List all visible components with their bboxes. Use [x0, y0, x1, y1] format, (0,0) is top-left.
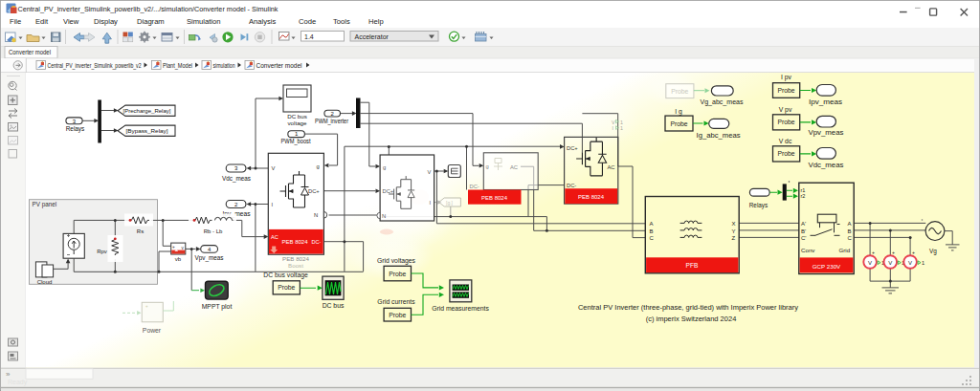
svg-text:Probe: Probe [278, 284, 295, 291]
svg-text:V: V [428, 169, 432, 175]
svg-text:V: V [272, 165, 276, 171]
svg-text:N: N [314, 212, 318, 218]
svg-text:g: g [317, 163, 320, 169]
svg-text:Rs: Rs [137, 228, 144, 234]
svg-text:Converter model: Converter model [256, 62, 302, 69]
svg-text:Cloud: Cloud [37, 279, 53, 285]
svg-text:[Bypass_Relay]: [Bypass_Relay] [126, 128, 168, 134]
svg-text:AC: AC [608, 164, 615, 170]
svg-text:Rb - Lb: Rb - Lb [204, 228, 223, 234]
svg-text:Vdc_meas: Vdc_meas [222, 175, 251, 183]
svg-text:g: g [486, 163, 489, 169]
svg-text:DC-: DC- [567, 183, 576, 188]
svg-text:[g.]: [g.] [446, 200, 454, 206]
svg-text:Simulation: Simulation [187, 17, 220, 26]
svg-text:Vpv_meas: Vpv_meas [195, 254, 224, 262]
svg-text:DC-: DC- [470, 184, 479, 189]
svg-text:File: File [10, 17, 21, 26]
svg-text:r2: r2 [801, 193, 806, 199]
svg-text:DC+: DC+ [308, 188, 320, 194]
svg-text:View: View [63, 17, 79, 26]
svg-text:Rpv: Rpv [97, 249, 107, 254]
svg-text:Probe: Probe [778, 150, 795, 157]
svg-text:V: V [888, 260, 892, 266]
svg-text:Boost: Boost [288, 262, 303, 269]
svg-text:(c) imperix Switzerland 2024: (c) imperix Switzerland 2024 [646, 315, 737, 323]
svg-text:Tools: Tools [333, 17, 350, 26]
svg-text:simulation: simulation [213, 62, 235, 69]
svg-text:N: N [382, 213, 386, 219]
svg-text:Diagram: Diagram [137, 17, 165, 26]
svg-text:Edit: Edit [35, 17, 49, 26]
svg-text:Grid: Grid [839, 247, 851, 253]
svg-text:PEB 8024: PEB 8024 [578, 193, 605, 200]
svg-text:I: I [612, 125, 614, 131]
svg-text:DC+: DC+ [383, 188, 394, 194]
svg-text:»: » [6, 370, 11, 379]
svg-text:V: V [612, 119, 615, 125]
svg-text:Z: Z [732, 235, 736, 241]
svg-text:DC bus: DC bus [323, 302, 345, 309]
svg-text:Ig_abc_meas: Ig_abc_meas [697, 132, 742, 140]
svg-text:A': A' [801, 221, 806, 227]
svg-text:Display: Display [94, 17, 118, 26]
svg-text:1.4: 1.4 [304, 33, 314, 40]
svg-text:DC-: DC- [312, 239, 322, 245]
svg-text:A: A [848, 221, 852, 227]
svg-text:DC bus: DC bus [287, 113, 307, 119]
svg-text:Probe: Probe [389, 271, 406, 277]
svg-text:Converter model: Converter model [9, 49, 51, 55]
svg-text:vb: vb [175, 256, 182, 262]
svg-text:Vg_abc_meas: Vg_abc_meas [701, 98, 745, 106]
svg-text:I g: I g [675, 108, 682, 116]
svg-text:Central PV Inverter (three-pha: Central PV Inverter (three-phase, grid-t… [578, 303, 798, 312]
svg-text:GCP 230V: GCP 230V [813, 263, 841, 270]
svg-text:V: V [868, 260, 872, 266]
svg-text:C': C' [801, 235, 806, 241]
svg-text:PWM_boost: PWM_boost [281, 138, 311, 145]
svg-text:Y: Y [732, 228, 736, 234]
svg-text:PFB: PFB [686, 262, 699, 269]
svg-text:Relays: Relays [749, 202, 768, 209]
svg-text:Probe: Probe [389, 312, 406, 318]
svg-text:MPPT plot: MPPT plot [202, 303, 233, 311]
svg-text:Probe: Probe [671, 88, 688, 95]
svg-text:DC bus voltage: DC bus voltage [263, 272, 308, 279]
svg-text:PWM_inverter: PWM_inverter [315, 118, 349, 125]
svg-text:AC: AC [271, 234, 278, 240]
svg-text:1: 1 [620, 125, 623, 131]
svg-text:voltage: voltage [288, 119, 308, 126]
svg-text:A: A [650, 221, 654, 227]
svg-text:V pv: V pv [779, 106, 792, 114]
svg-text:B: B [650, 228, 654, 234]
svg-text:Probe: Probe [778, 119, 795, 125]
svg-text:C: C [848, 235, 853, 241]
svg-text:+: + [912, 250, 915, 255]
svg-text:Conv: Conv [801, 247, 815, 253]
svg-text:PEB 8024: PEB 8024 [282, 255, 309, 262]
svg-text:1: 1 [620, 119, 623, 125]
svg-text:Central_PV_inverter_Simulink_p: Central_PV_inverter_Simulink_powerlib_v2 [48, 62, 142, 70]
svg-text:Accelerator: Accelerator [355, 33, 390, 40]
svg-text:PEB 8024: PEB 8024 [481, 194, 508, 201]
svg-text:Help: Help [368, 17, 384, 26]
svg-text:PV panel: PV panel [33, 201, 57, 208]
svg-text:g: g [383, 164, 386, 170]
svg-text:X: X [732, 221, 736, 227]
svg-text:Vg: Vg [929, 248, 937, 255]
svg-text:+: + [145, 304, 148, 309]
svg-text:1: 1 [922, 260, 924, 266]
svg-text:Grid voltages: Grid voltages [377, 257, 416, 265]
svg-text:Code: Code [299, 17, 316, 26]
svg-text:+: + [892, 250, 895, 255]
svg-text:B: B [848, 228, 852, 234]
svg-text:Central_PV_inverter_Simulink_p: Central_PV_inverter_Simulink_powerlib_v2… [18, 5, 278, 13]
svg-text:+: + [872, 250, 875, 255]
svg-text:Vpv_meas: Vpv_meas [809, 129, 845, 137]
svg-text:Plant_Model: Plant_Model [163, 62, 192, 70]
svg-text:Ipv_meas: Ipv_meas [809, 98, 843, 106]
svg-text:V dc: V dc [779, 138, 792, 144]
svg-text:AC: AC [510, 164, 518, 170]
svg-text:Relays: Relays [66, 125, 85, 133]
svg-text:PEB 8024: PEB 8024 [282, 238, 309, 245]
